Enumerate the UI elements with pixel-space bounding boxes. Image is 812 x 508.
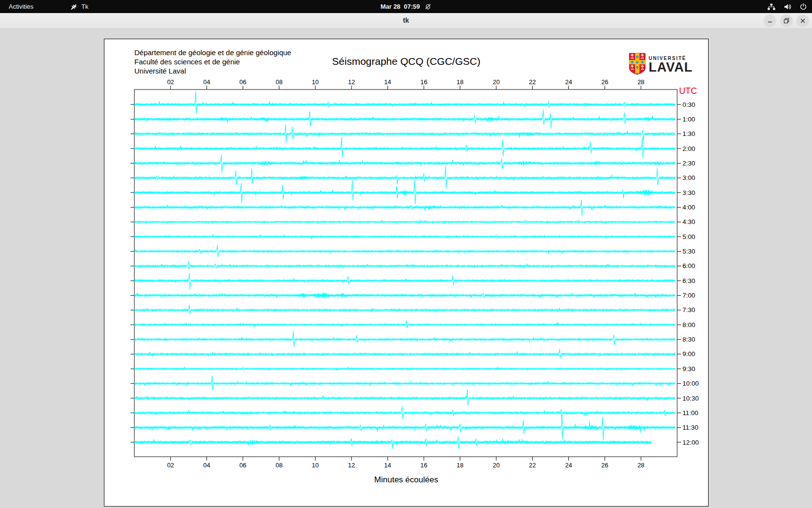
seismogram-trace xyxy=(134,305,675,314)
gnome-top-bar: Activities Tk Mar 28 07:59 xyxy=(0,0,812,13)
logo-laval-text: LAVAL xyxy=(649,61,693,74)
x-tick-label-bottom: 20 xyxy=(493,462,499,469)
x-tick-label-bottom: 12 xyxy=(348,462,355,469)
x-tick-label-top: 18 xyxy=(457,78,464,86)
seismogram-trace xyxy=(134,154,675,173)
x-tick-label-top: 10 xyxy=(312,78,319,86)
x-tick-label-bottom: 06 xyxy=(239,462,246,469)
volume-icon xyxy=(783,3,792,11)
close-button[interactable] xyxy=(797,15,809,27)
x-tick-label-top: 20 xyxy=(493,78,499,86)
utc-tick-label: 1:00 xyxy=(682,116,695,123)
seismogram-trace xyxy=(134,91,675,114)
x-tick-label-bottom: 10 xyxy=(312,462,319,469)
chart-title: Séismographe QCQ (CGC/GSC) xyxy=(104,56,708,67)
utc-tick-label: 4:00 xyxy=(682,204,695,211)
utc-tick-label: 10:00 xyxy=(682,380,699,387)
tk-window-body: 0202040406060808101012121414161618182020… xyxy=(0,28,812,508)
universite-laval-logo: UNIVERSITÉ LAVAL xyxy=(629,53,693,75)
utc-tick-label: 8:00 xyxy=(682,321,695,329)
utc-tick-label: 3:30 xyxy=(682,189,695,196)
clock-button[interactable]: Mar 28 07:59 xyxy=(0,0,812,13)
seismogram-trace xyxy=(134,220,675,224)
seismogram-trace xyxy=(134,261,675,270)
seismogram-svg: 0202040406060808101012121414161618182020… xyxy=(104,39,708,506)
seismogram-trace xyxy=(134,200,675,216)
x-tick-label-top: 24 xyxy=(565,78,572,86)
utc-tick-label: 12:00 xyxy=(682,439,699,446)
x-tick-label-top: 28 xyxy=(638,78,644,86)
x-tick-label-top: 08 xyxy=(276,78,282,86)
seismogram-trace xyxy=(134,166,675,189)
system-status-area[interactable] xyxy=(767,0,807,13)
seismogram-trace xyxy=(134,436,652,449)
x-tick-label-top: 14 xyxy=(384,78,391,86)
utc-tick-label: 3:00 xyxy=(682,174,695,181)
utc-tick-label: 6:00 xyxy=(682,262,695,269)
seismogram-trace xyxy=(134,137,675,158)
utc-tick-label: 6:30 xyxy=(682,277,695,284)
desktop: Activities Tk Mar 28 07:59 xyxy=(0,0,812,508)
utc-tick-label: 7:00 xyxy=(682,292,695,299)
x-tick-label-top: 04 xyxy=(203,78,210,86)
close-icon xyxy=(800,18,806,24)
seismogram-trace xyxy=(134,389,675,406)
x-tick-label-top: 06 xyxy=(239,78,246,86)
network-wired-icon xyxy=(767,3,776,11)
utc-tick-label: 5:00 xyxy=(682,233,695,240)
x-tick-label-bottom: 08 xyxy=(276,462,282,469)
window-title: tk xyxy=(0,13,812,28)
maximize-button[interactable] xyxy=(780,15,793,27)
utc-tick-label: 11:30 xyxy=(682,424,698,431)
minimize-icon xyxy=(767,18,773,24)
seismograph-canvas: 0202040406060808101012121414161618182020… xyxy=(104,39,709,507)
seismogram-trace xyxy=(134,376,675,390)
power-icon xyxy=(799,3,807,11)
utc-tick-label: 7:30 xyxy=(682,306,695,314)
x-tick-label-bottom: 22 xyxy=(529,462,536,469)
seismogram-trace xyxy=(134,109,675,129)
laval-shield-icon xyxy=(629,53,646,75)
x-tick-label-top: 22 xyxy=(529,78,536,86)
utc-tick-label: 8:30 xyxy=(682,336,695,343)
utc-tick-label: 2:00 xyxy=(682,145,695,152)
utc-tick-label: 9:00 xyxy=(682,350,695,358)
seismogram-trace xyxy=(134,349,675,359)
utc-tick-label: 5:30 xyxy=(682,248,695,255)
x-tick-label-top: 02 xyxy=(167,78,174,86)
seismogram-plot: 0202040406060808101012121414161618182020… xyxy=(104,39,708,508)
utc-tick-label: 0:30 xyxy=(682,101,695,108)
utc-tick-label: 2:30 xyxy=(682,160,695,167)
plot-border xyxy=(134,90,677,457)
utc-tick-label: 10:30 xyxy=(682,395,699,402)
x-axis-title: Minutes écoulées xyxy=(104,475,708,485)
x-tick-label-bottom: 26 xyxy=(601,462,608,469)
seismogram-trace xyxy=(134,124,675,143)
utc-axis-label: UTC xyxy=(679,86,697,96)
seismogram-trace xyxy=(134,292,675,298)
seismogram-trace xyxy=(134,406,675,420)
seismogram-trace xyxy=(134,367,675,371)
header-line: Université Laval xyxy=(134,66,291,75)
seismogram-trace xyxy=(134,180,675,204)
seismogram-trace xyxy=(134,331,675,347)
x-tick-label-top: 16 xyxy=(420,78,427,86)
utc-tick-label: 9:30 xyxy=(682,365,695,373)
utc-tick-label: 11:00 xyxy=(682,409,698,417)
x-tick-label-top: 26 xyxy=(601,78,608,86)
seismogram-trace xyxy=(134,320,675,328)
x-tick-label-bottom: 24 xyxy=(565,462,572,469)
x-tick-label-top: 12 xyxy=(348,78,355,86)
seismogram-trace xyxy=(134,273,675,289)
utc-tick-label: 1:30 xyxy=(682,130,695,137)
x-tick-label-bottom: 04 xyxy=(203,462,210,469)
restore-icon xyxy=(783,18,789,24)
seismogram-trace xyxy=(134,417,675,440)
clock-label: Mar 28 07:59 xyxy=(380,3,420,10)
window-titlebar[interactable]: tk xyxy=(0,13,812,29)
x-tick-label-bottom: 02 xyxy=(167,462,174,469)
utc-tick-label: 4:30 xyxy=(682,218,695,225)
x-tick-label-bottom: 16 xyxy=(420,462,427,469)
minimize-button[interactable] xyxy=(764,15,776,27)
x-tick-label-bottom: 28 xyxy=(638,462,644,469)
